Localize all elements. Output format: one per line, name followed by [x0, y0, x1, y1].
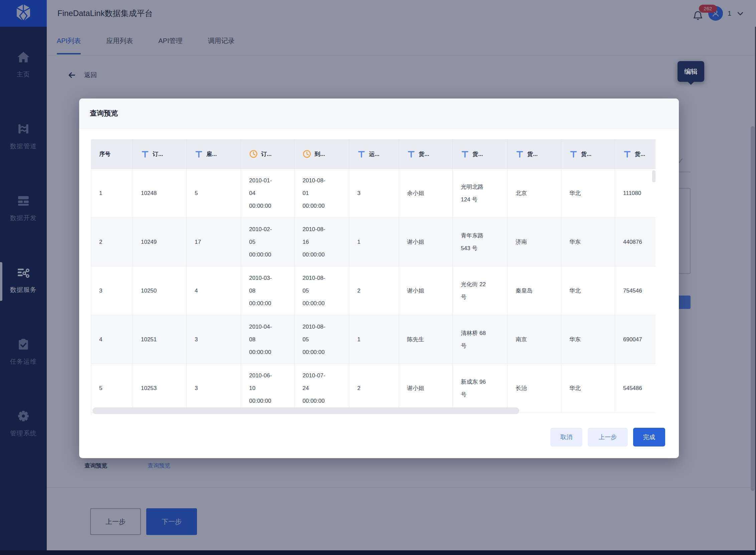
- query-preview-modal: 查询预览 序号订...雇...订...到...运...货...货...货...货…: [79, 98, 679, 458]
- previous-step-button[interactable]: 上一步: [588, 428, 628, 446]
- table-cell: 2010-01- 04 00:00:00: [241, 169, 295, 217]
- table-cell: 2010-06- 10 00:00:00: [241, 364, 295, 413]
- table-cell: 5: [91, 364, 133, 413]
- field-time-icon: [303, 150, 311, 158]
- table-cell: 1: [349, 218, 399, 266]
- column-header[interactable]: 货...: [615, 139, 656, 169]
- column-header[interactable]: 货...: [453, 139, 507, 169]
- preview-table: 序号订...雇...订...到...运...货...货...货...货...货.…: [91, 139, 656, 415]
- table-cell: 17: [187, 218, 241, 266]
- edit-tooltip: 编辑: [677, 61, 704, 82]
- table-cell: 华北: [561, 169, 615, 217]
- table-cell: 1: [91, 169, 133, 217]
- table-cell: 4: [91, 315, 133, 364]
- table-cell: 华东: [561, 315, 615, 364]
- table-cell: 690047: [615, 315, 656, 364]
- column-header[interactable]: 到...: [295, 139, 349, 169]
- table-cell: 光化街 22 号: [453, 266, 507, 315]
- table-cell: 北京: [507, 169, 561, 217]
- column-header-label: 到...: [315, 150, 325, 158]
- column-header[interactable]: 货...: [561, 139, 615, 169]
- table-cell: 10253: [133, 364, 187, 413]
- column-header-label: 货...: [473, 150, 483, 158]
- table-cell: 陈先生: [399, 315, 453, 364]
- column-header-label: 订...: [261, 150, 271, 158]
- table-cell: 秦皇岛: [507, 266, 561, 315]
- column-header[interactable]: 订...: [241, 139, 295, 169]
- app-root: 主页数据管道数据开发数据服务任务运维管理系统 FineDataLink数据集成平…: [0, 0, 756, 555]
- column-header-label: 雇...: [206, 150, 217, 158]
- table-cell: 3: [91, 266, 133, 315]
- table-cell: 华东: [561, 218, 615, 266]
- column-header-label: 货...: [419, 150, 429, 158]
- table-cell: 2010-02- 05 00:00:00: [241, 218, 295, 266]
- table-cell: 2: [349, 364, 399, 413]
- table-header-row: 序号订...雇...订...到...运...货...货...货...货...货.…: [91, 139, 656, 169]
- column-header-label: 货...: [581, 150, 591, 158]
- table-cell: 754546: [615, 266, 656, 315]
- table-row: 31025042010-03- 08 00:00:002010-08- 05 0…: [91, 266, 656, 315]
- column-header[interactable]: 订...: [133, 139, 187, 169]
- table-cell: 440876: [615, 218, 656, 266]
- table-cell: 谢小姐: [399, 266, 453, 315]
- table-cell: 3: [349, 169, 399, 217]
- table-cell: 2010-08- 05 00:00:00: [295, 315, 349, 364]
- table-cell: 10251: [133, 315, 187, 364]
- table-cell: 南京: [507, 315, 561, 364]
- column-header[interactable]: 雇...: [187, 139, 241, 169]
- column-header-label: 订...: [152, 150, 163, 158]
- table-row: 11024852010-01- 04 00:00:002010-08- 01 0…: [91, 169, 656, 218]
- table-cell: 余小姐: [399, 169, 453, 217]
- table-cell: 4: [187, 266, 241, 315]
- table-cell: 1: [349, 315, 399, 364]
- column-header: 序号: [91, 139, 133, 169]
- column-header[interactable]: 货...: [507, 139, 561, 169]
- table-cell: 新成东 96 号: [453, 364, 507, 413]
- table-cell: 华北: [561, 266, 615, 315]
- column-header-label: 货...: [635, 150, 645, 158]
- table-cell: 3: [187, 364, 241, 413]
- field-text-icon: [357, 150, 366, 158]
- table-cell: 谢小姐: [399, 218, 453, 266]
- field-text-icon: [516, 150, 524, 158]
- field-text-icon: [195, 150, 203, 158]
- table-cell: 3: [187, 315, 241, 364]
- modal-title: 查询预览: [90, 109, 118, 118]
- field-text-icon: [569, 150, 578, 158]
- table-cell: 济南: [507, 218, 561, 266]
- column-header-label: 运...: [369, 150, 379, 158]
- table-cell: 5: [187, 169, 241, 217]
- field-text-icon: [141, 150, 149, 158]
- table-cell: 545486: [615, 364, 656, 413]
- table-cell: 10248: [133, 169, 187, 217]
- finish-button[interactable]: 完成: [633, 428, 665, 446]
- table-cell: 2010-08- 05 00:00:00: [295, 266, 349, 315]
- table-cell: 2010-04- 08 00:00:00: [241, 315, 295, 364]
- field-time-icon: [249, 150, 258, 158]
- column-header[interactable]: 运...: [349, 139, 399, 169]
- cancel-button[interactable]: 取消: [550, 428, 582, 446]
- table-cell: 111080: [615, 169, 656, 217]
- table-cell: 10250: [133, 266, 187, 315]
- column-header-label: 序号: [99, 150, 110, 158]
- table-row: 41025132010-04- 08 00:00:002010-08- 05 0…: [91, 315, 656, 364]
- table-cell: 青年东路 543 号: [453, 218, 507, 266]
- table-row: 51025332010-06- 10 00:00:002010-07- 24 0…: [91, 364, 656, 413]
- field-text-icon: [623, 150, 631, 158]
- table-cell: 华北: [561, 364, 615, 413]
- field-text-icon: [407, 150, 415, 158]
- table-cell: 谢小姐: [399, 364, 453, 413]
- table-cell: 2: [91, 218, 133, 266]
- column-header[interactable]: 货...: [399, 139, 453, 169]
- table-cell: 2010-08- 16 00:00:00: [295, 218, 349, 266]
- table-row: 210249172010-02- 05 00:00:002010-08- 16 …: [91, 218, 656, 266]
- table-cell: 清林桥 68 号: [453, 315, 507, 364]
- table-cell: 2010-07- 24 00:00:00: [295, 364, 349, 413]
- table-cell: 2: [349, 266, 399, 315]
- field-text-icon: [461, 150, 469, 158]
- table-horizontal-scrollbar[interactable]: [92, 408, 519, 414]
- table-vertical-scrollbar[interactable]: [652, 170, 656, 182]
- column-header-label: 货...: [527, 150, 538, 158]
- modal-header: [79, 98, 679, 129]
- table-cell: 2010-03- 08 00:00:00: [241, 266, 295, 315]
